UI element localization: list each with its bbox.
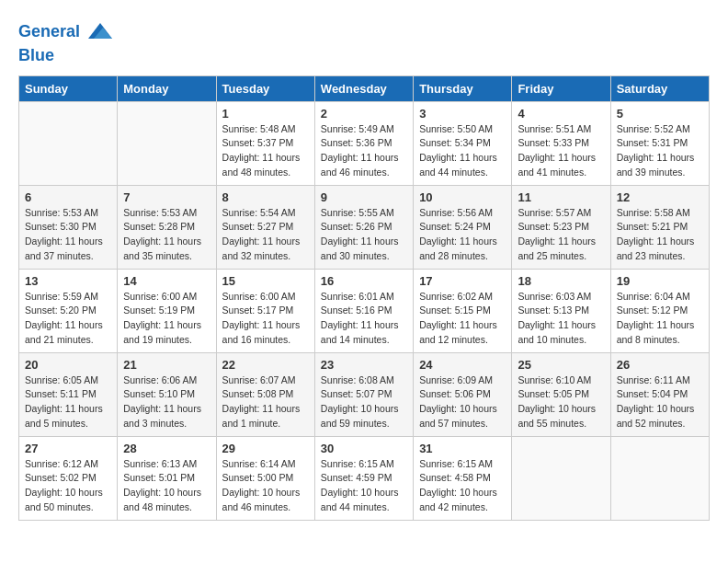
calendar-cell: 26Sunrise: 6:11 AM Sunset: 5:04 PM Dayli… [610, 352, 709, 436]
day-info: Sunrise: 6:00 AM Sunset: 5:17 PM Dayligh… [222, 290, 309, 348]
day-number: 17 [419, 274, 506, 288]
calendar-week-row: 20Sunrise: 6:05 AM Sunset: 5:11 PM Dayli… [19, 352, 710, 436]
day-info: Sunrise: 6:01 AM Sunset: 5:16 PM Dayligh… [321, 290, 407, 348]
calendar-cell: 13Sunrise: 5:59 AM Sunset: 5:20 PM Dayli… [19, 269, 118, 352]
day-number: 3 [419, 107, 506, 121]
calendar-cell: 24Sunrise: 6:09 AM Sunset: 5:06 PM Dayli… [414, 352, 512, 436]
day-info: Sunrise: 6:05 AM Sunset: 5:11 PM Dayligh… [25, 373, 111, 431]
calendar-cell: 19Sunrise: 6:04 AM Sunset: 5:12 PM Dayli… [610, 269, 709, 352]
calendar-cell: 27Sunrise: 6:12 AM Sunset: 5:02 PM Dayli… [19, 436, 118, 520]
calendar-cell: 30Sunrise: 6:15 AM Sunset: 4:59 PM Dayli… [314, 436, 413, 520]
calendar-cell: 18Sunrise: 6:03 AM Sunset: 5:13 PM Dayli… [512, 269, 610, 352]
logo-general: General [18, 22, 80, 40]
day-info: Sunrise: 5:57 AM Sunset: 5:23 PM Dayligh… [518, 206, 604, 264]
day-info: Sunrise: 6:15 AM Sunset: 4:58 PM Dayligh… [419, 457, 506, 515]
logo-text: General [18, 18, 114, 46]
calendar-header-row: SundayMondayTuesdayWednesdayThursdayFrid… [19, 75, 710, 101]
day-number: 4 [518, 107, 604, 121]
calendar-cell [118, 101, 216, 185]
day-number: 23 [321, 358, 407, 372]
column-header-friday: Friday [512, 75, 610, 101]
day-info: Sunrise: 5:48 AM Sunset: 5:37 PM Dayligh… [222, 122, 309, 180]
day-info: Sunrise: 5:51 AM Sunset: 5:33 PM Dayligh… [518, 122, 604, 180]
calendar-cell: 2Sunrise: 5:49 AM Sunset: 5:36 PM Daylig… [314, 101, 413, 185]
day-info: Sunrise: 6:00 AM Sunset: 5:19 PM Dayligh… [123, 290, 210, 348]
calendar-cell: 1Sunrise: 5:48 AM Sunset: 5:37 PM Daylig… [216, 101, 314, 185]
day-info: Sunrise: 5:54 AM Sunset: 5:27 PM Dayligh… [222, 206, 309, 264]
day-info: Sunrise: 5:58 AM Sunset: 5:21 PM Dayligh… [617, 206, 703, 264]
day-number: 21 [123, 358, 210, 372]
day-info: Sunrise: 6:13 AM Sunset: 5:01 PM Dayligh… [123, 457, 210, 515]
calendar-week-row: 1Sunrise: 5:48 AM Sunset: 5:37 PM Daylig… [19, 101, 710, 185]
day-info: Sunrise: 5:52 AM Sunset: 5:31 PM Dayligh… [617, 122, 703, 180]
calendar-cell [19, 101, 118, 185]
calendar-table: SundayMondayTuesdayWednesdayThursdayFrid… [18, 75, 710, 521]
day-info: Sunrise: 5:55 AM Sunset: 5:26 PM Dayligh… [321, 206, 407, 264]
calendar-cell: 6Sunrise: 5:53 AM Sunset: 5:30 PM Daylig… [19, 185, 118, 269]
calendar-cell: 5Sunrise: 5:52 AM Sunset: 5:31 PM Daylig… [610, 101, 709, 185]
column-header-tuesday: Tuesday [216, 75, 314, 101]
day-number: 11 [518, 190, 604, 204]
calendar-cell [512, 436, 610, 520]
calendar-cell: 11Sunrise: 5:57 AM Sunset: 5:23 PM Dayli… [512, 185, 610, 269]
day-info: Sunrise: 6:02 AM Sunset: 5:15 PM Dayligh… [419, 290, 506, 348]
day-number: 28 [123, 442, 210, 455]
day-number: 25 [518, 358, 604, 372]
calendar-week-row: 6Sunrise: 5:53 AM Sunset: 5:30 PM Daylig… [19, 185, 710, 269]
column-header-monday: Monday [118, 75, 216, 101]
calendar-cell: 17Sunrise: 6:02 AM Sunset: 5:15 PM Dayli… [414, 269, 512, 352]
day-info: Sunrise: 6:11 AM Sunset: 5:04 PM Dayligh… [617, 373, 703, 431]
logo-icon [86, 18, 114, 46]
day-number: 22 [222, 358, 309, 372]
day-info: Sunrise: 6:04 AM Sunset: 5:12 PM Dayligh… [617, 290, 703, 348]
day-number: 10 [419, 190, 506, 204]
calendar-cell: 16Sunrise: 6:01 AM Sunset: 5:16 PM Dayli… [314, 269, 413, 352]
day-info: Sunrise: 6:10 AM Sunset: 5:05 PM Dayligh… [518, 373, 604, 431]
calendar-week-row: 13Sunrise: 5:59 AM Sunset: 5:20 PM Dayli… [19, 269, 710, 352]
calendar-cell: 23Sunrise: 6:08 AM Sunset: 5:07 PM Dayli… [314, 352, 413, 436]
day-number: 19 [617, 274, 703, 288]
day-info: Sunrise: 6:09 AM Sunset: 5:06 PM Dayligh… [419, 373, 506, 431]
day-info: Sunrise: 6:08 AM Sunset: 5:07 PM Dayligh… [321, 373, 407, 431]
day-info: Sunrise: 6:06 AM Sunset: 5:10 PM Dayligh… [123, 373, 210, 431]
day-number: 16 [321, 274, 407, 288]
day-number: 31 [419, 442, 506, 455]
column-header-thursday: Thursday [414, 75, 512, 101]
column-header-wednesday: Wednesday [314, 75, 413, 101]
column-header-saturday: Saturday [610, 75, 709, 101]
day-info: Sunrise: 5:59 AM Sunset: 5:20 PM Dayligh… [25, 290, 111, 348]
day-info: Sunrise: 5:53 AM Sunset: 5:28 PM Dayligh… [123, 206, 210, 264]
calendar-cell: 21Sunrise: 6:06 AM Sunset: 5:10 PM Dayli… [118, 352, 216, 436]
day-number: 27 [25, 442, 111, 455]
day-number: 8 [222, 190, 309, 204]
calendar-cell: 8Sunrise: 5:54 AM Sunset: 5:27 PM Daylig… [216, 185, 314, 269]
day-info: Sunrise: 5:53 AM Sunset: 5:30 PM Dayligh… [25, 206, 111, 264]
day-number: 13 [25, 274, 111, 288]
day-info: Sunrise: 6:12 AM Sunset: 5:02 PM Dayligh… [25, 457, 111, 515]
day-info: Sunrise: 5:49 AM Sunset: 5:36 PM Dayligh… [321, 122, 407, 180]
day-info: Sunrise: 5:56 AM Sunset: 5:24 PM Dayligh… [419, 206, 506, 264]
day-number: 7 [123, 190, 210, 204]
logo: General Blue [18, 18, 114, 66]
calendar-cell: 10Sunrise: 5:56 AM Sunset: 5:24 PM Dayli… [414, 185, 512, 269]
logo-blue: Blue [18, 46, 114, 66]
page-header: General Blue [18, 18, 710, 66]
calendar-cell: 20Sunrise: 6:05 AM Sunset: 5:11 PM Dayli… [19, 352, 118, 436]
day-number: 5 [617, 107, 703, 121]
day-number: 29 [222, 442, 309, 455]
calendar-cell: 7Sunrise: 5:53 AM Sunset: 5:28 PM Daylig… [118, 185, 216, 269]
calendar-week-row: 27Sunrise: 6:12 AM Sunset: 5:02 PM Dayli… [19, 436, 710, 520]
column-header-sunday: Sunday [19, 75, 118, 101]
calendar-cell: 28Sunrise: 6:13 AM Sunset: 5:01 PM Dayli… [118, 436, 216, 520]
calendar-cell: 25Sunrise: 6:10 AM Sunset: 5:05 PM Dayli… [512, 352, 610, 436]
calendar-cell: 31Sunrise: 6:15 AM Sunset: 4:58 PM Dayli… [414, 436, 512, 520]
day-number: 20 [25, 358, 111, 372]
calendar-cell: 15Sunrise: 6:00 AM Sunset: 5:17 PM Dayli… [216, 269, 314, 352]
day-number: 9 [321, 190, 407, 204]
day-info: Sunrise: 6:15 AM Sunset: 4:59 PM Dayligh… [321, 457, 407, 515]
calendar-cell: 29Sunrise: 6:14 AM Sunset: 5:00 PM Dayli… [216, 436, 314, 520]
day-number: 1 [222, 107, 309, 121]
day-number: 6 [25, 190, 111, 204]
day-number: 2 [321, 107, 407, 121]
day-info: Sunrise: 5:50 AM Sunset: 5:34 PM Dayligh… [419, 122, 506, 180]
